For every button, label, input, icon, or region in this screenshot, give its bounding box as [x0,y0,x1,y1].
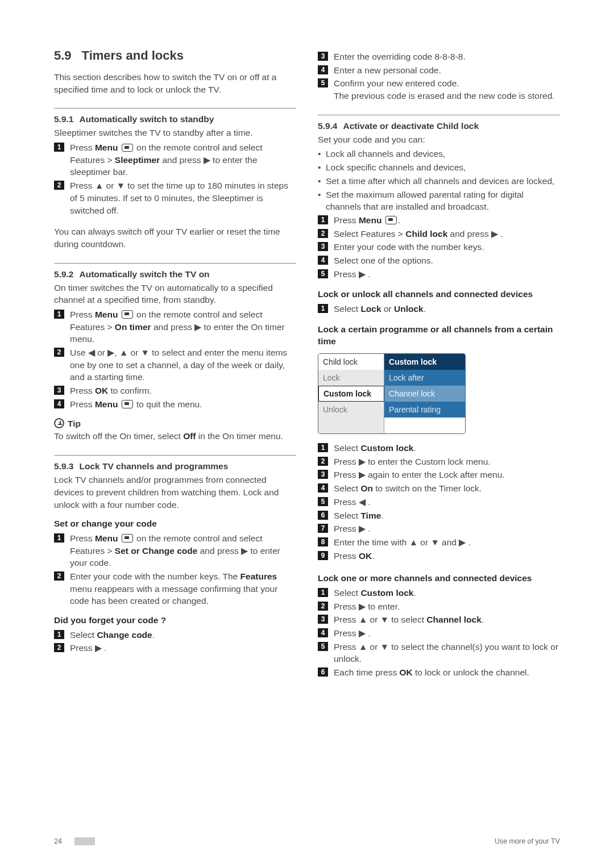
tip-heading: Tip [54,418,296,429]
sub-591-desc: Sleeptimer switches the TV to standby af… [54,127,296,139]
step-594-2: 2Select Features > Child lock and press … [318,228,560,240]
section-title: 5.9Timers and locks [54,48,296,63]
step-r-3: 3Enter the overriding code 8-8-8-8. [318,51,560,63]
lock-certain-heading: Lock a certain programme or all channels… [318,323,560,348]
lock-one-heading: Lock one or more channels and connected … [318,572,560,585]
step-set-2: 2 Enter your code with the number keys. … [54,570,296,607]
bullet-item: Lock specific channels and devices, [318,161,560,174]
step-594-1: 1Press Menu . [318,214,560,227]
step-forgot-2: 2Press ▶ . [54,642,296,654]
tip-icon [54,418,64,428]
forgot-code-heading: Did you forget your code ? [54,614,296,627]
menu-cell: Lock after [384,370,465,386]
sub-592-title: 5.9.2Automatically switch the TV on [54,269,296,279]
menu-cell: Child lock [318,354,384,370]
step-r-5: 5Confirm your new entered code.The previ… [318,77,560,102]
menu-icon [122,144,133,152]
menu-icon [385,216,397,224]
step-custom-7: 7Press ▶ . [318,523,560,535]
step-custom-5: 5Press ◀ . [318,496,560,508]
menu-cell [384,418,465,433]
bullet-list: Lock all channels and devices, Lock spec… [318,148,560,212]
sub-594-title: 5.9.4Activate or deactivate Child lock [318,121,560,131]
menu-icon [122,400,133,408]
step-custom-1: 1Select Custom lock. [318,442,560,454]
page-footer: 24 Use more of your TV [54,837,560,845]
step-set-1: 1 Press Menu on the remote control and s… [54,532,296,569]
step-custom-6: 6Select Time. [318,510,560,522]
bullet-item: Set a time after which all channels and … [318,175,560,187]
step-594-4: 4Select one of the options. [318,254,560,267]
menu-cell: Channel lock [384,386,465,402]
menu-icon [122,310,133,319]
step-591-1: 1 Press Menu on the remote control and s… [54,141,296,178]
tip-text: To switch off the On timer, select Off i… [54,430,296,443]
step-custom-8: 8Enter the time with ▲ or ▼ and ▶ . [318,536,560,549]
step-lockone-6: 6Each time press OK to lock or unlock th… [318,666,560,679]
menu-icon [122,534,133,542]
sub-593-desc: Lock TV channels and/or programmes from … [54,474,296,511]
set-code-heading: Set or change your code [54,518,296,530]
section-intro: This section describes how to switch the… [54,71,296,95]
footer-label: Use more of your TV [495,837,560,845]
section-num: 5.9 [54,48,72,62]
step-lockone-5: 5Press ▲ or ▼ to select the channel(s) y… [318,641,560,665]
step-forgot-1: 1Select Change code. [54,629,296,641]
step-591-2: 2Press ▲ or ▼ to set the time up to 180 … [54,180,296,216]
step-lockone-2: 2Press ▶ to enter. [318,600,560,613]
step-592-4: 4Press Menu to quit the menu. [54,398,296,411]
menu-cell: Unlock [318,402,384,418]
step-custom-4: 4Select On to switch on the Timer lock. [318,482,560,495]
step-custom-2: 2Press ▶ to enter the Custom lock menu. [318,456,560,468]
step-lockall-1: 1Select Lock or Unlock. [318,303,560,315]
step-lockone-3: 3Press ▲ or ▼ to select Channel lock. [318,614,560,626]
step-592-2: 2Use ◀ or ▶, ▲ or ▼ to select and enter … [54,347,296,383]
sub-593-title: 5.9.3Lock TV channels and programmes [54,461,296,471]
section-name: Timers and locks [82,48,184,62]
step-592-3: 3Press OK to confirm. [54,385,296,397]
step-lockone-1: 1Select Custom lock. [318,587,560,599]
step-badge-2: 2 [54,181,64,190]
step-r-4: 4Enter a new personal code. [318,64,560,77]
sub-591-note: You can always switch off your TV earlie… [54,226,296,250]
sub-591-num: 5.9.1 [54,114,73,124]
step-badge-1: 1 [54,143,64,152]
menu-cell: Parental rating [384,402,465,418]
step-custom-9: 9Press OK. [318,550,560,562]
divider [54,263,296,264]
page-number: 24 [54,837,62,845]
bullet-item: Lock all channels and devices, [318,148,560,160]
menu-cell: Lock [318,370,384,386]
step-lockone-4: 4Press ▶ . [318,627,560,640]
menu-cell [318,418,384,433]
sub-591-title: 5.9.1Automatically switch to standby [54,114,296,124]
step-592-1: 1 Press Menu on the remote control and s… [54,308,296,345]
sub-592-desc: On timer switches the TV on automaticall… [54,282,296,306]
step-594-3: 3Enter your code with the number keys. [318,241,560,253]
menu-cell-selected: Custom lock [318,386,384,402]
menu-cell: Custom lock [384,354,465,370]
menu-widget: Child lockCustom lock LockLock after Cus… [318,353,466,434]
step-custom-3: 3Press ▶ again to enter the Lock after m… [318,469,560,481]
sub-594-desc: Set your code and you can: [318,133,560,146]
divider [54,108,296,108]
divider [318,115,560,115]
footer-tab-icon [74,837,95,845]
divider [54,455,296,456]
lock-all-heading: Lock or unlock all channels and connecte… [318,288,560,301]
bullet-item: Set the maximum allowed parental rating … [318,189,560,213]
step-594-5: 5Press ▶ . [318,268,560,281]
